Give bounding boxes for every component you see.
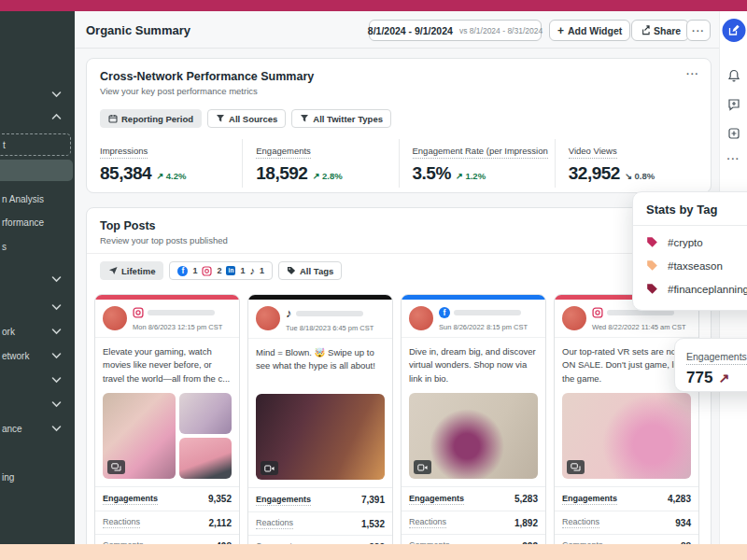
bell-icon	[727, 69, 740, 82]
chevron-down-icon	[51, 426, 62, 432]
compose-button[interactable]	[722, 19, 745, 42]
stats-by-tag-title: Stats by Tag	[633, 192, 747, 226]
sidebar-group[interactable]	[0, 371, 75, 388]
redacted-username	[296, 311, 363, 316]
filter-funnel-icon	[300, 114, 309, 123]
stat-row-reactions: Reactions 1,532	[248, 511, 392, 535]
sidebar-item-performance[interactable]: rformance	[0, 214, 75, 231]
metric-label: Video Views	[569, 146, 617, 159]
engagements-popup: Engagements 775 ↗	[674, 338, 747, 392]
sidebar-group-collapsed[interactable]	[0, 86, 75, 103]
stat-value: 2,112	[209, 518, 232, 528]
stat-row-engagements: Engagements 9,352	[95, 487, 239, 511]
messages-button[interactable]	[727, 98, 740, 111]
sidebar-item-dashed-drop-target[interactable]: t	[0, 133, 71, 156]
date-range-value: 8/1/2024 - 9/1/2024	[368, 25, 453, 36]
reporting-period-filter[interactable]: Reporting Period	[100, 109, 202, 128]
post-text: Elevate your gaming, watch movies like n…	[95, 337, 239, 393]
tag-item-financeplanning[interactable]: #financeplanning	[633, 277, 747, 301]
tag-item-crypto[interactable]: #crypto	[633, 231, 747, 254]
sidebar-group[interactable]	[0, 271, 75, 287]
share-button[interactable]: Share	[631, 20, 689, 41]
metric-label: Impressions	[100, 146, 148, 159]
post-card-3[interactable]: f Sun 8/26/2022 8:15 pm CST Dive in, dre…	[401, 294, 546, 544]
add-widget-label: Add Widget	[568, 25, 622, 36]
filter-label: All Tags	[300, 266, 333, 276]
sidebar-item-label: rformance	[0, 217, 44, 228]
network-filter[interactable]: f 1 2 in 1 ♪ 1	[169, 261, 273, 280]
post-card-4[interactable]: Wed 8/22/2022 11:45 am CST Our top-rated…	[554, 294, 699, 544]
ellipsis-icon: ···	[692, 25, 705, 36]
tag-label: #crypto	[668, 237, 703, 248]
rail-more-button[interactable]: ···	[727, 153, 740, 164]
add-button[interactable]	[727, 127, 740, 140]
network-count: 1	[240, 266, 245, 275]
gallery-icon	[567, 460, 585, 474]
stat-value: 9,352	[208, 494, 232, 504]
avatar	[562, 306, 586, 330]
share-icon	[640, 25, 650, 35]
summary-menu-button[interactable]: ···	[686, 68, 699, 79]
facebook-icon: f	[439, 307, 450, 318]
metric-label: Engagement Rate (per Impression	[413, 146, 548, 159]
sidebar-group[interactable]	[0, 299, 75, 315]
tag-icon	[646, 236, 658, 248]
metric-engagements[interactable]: Engagements 18,592 ↗ 2.8%	[242, 139, 398, 188]
tag-item-taxseason[interactable]: #taxseason	[633, 254, 747, 277]
cross-network-summary-card: Cross-Network Performance Summary View y…	[86, 58, 712, 193]
sidebar-item-label: etwork	[0, 351, 29, 361]
facebook-icon: f	[177, 266, 188, 276]
engagements-popup-label: Engagements	[686, 351, 747, 365]
stat-row-reactions: Reactions 934	[555, 511, 698, 534]
add-widget-button[interactable]: + Add Widget	[549, 20, 630, 41]
metric-video-views[interactable]: Video Views 32,952 ↘ 0.8%	[555, 139, 711, 188]
stat-row-comments: Comments 88	[555, 534, 698, 544]
date-range-picker[interactable]: 8/1/2024 - 9/1/2024 vs 8/1/2024 - 8/31/2…	[369, 20, 542, 41]
stat-row-comments: Comments 498	[95, 534, 239, 544]
instagram-icon	[202, 266, 212, 276]
all-tags-filter[interactable]: All Tags	[278, 261, 342, 280]
left-sidebar: t n Analysis rformance s ork etwork	[0, 11, 75, 544]
post-card-1[interactable]: Mon 8/6/2023 12:15 pm CST Elevate your g…	[94, 294, 240, 544]
sidebar-group-performance[interactable]: ance	[0, 420, 75, 437]
stat-value: 4,283	[668, 494, 691, 504]
tag-icon	[287, 266, 296, 275]
stat-row-reactions: Reactions 1,892	[402, 511, 545, 534]
metric-trend: 1.2%	[465, 171, 486, 181]
sidebar-item-label: ing	[0, 472, 14, 483]
stat-label: Engagements	[562, 494, 617, 505]
stat-value: 934	[675, 518, 691, 528]
chat-bubble-icon	[727, 98, 740, 111]
sidebar-group[interactable]	[0, 396, 75, 413]
lifetime-filter[interactable]: Lifetime	[100, 261, 163, 280]
network-count: 1	[192, 266, 197, 275]
post-text: Mind = Blown. 🤯 Swipe up to see what the…	[248, 338, 392, 394]
metric-engagement-rate[interactable]: Engagement Rate (per Impression 3.5% ↗ 1…	[399, 139, 555, 188]
sidebar-item-label: ork	[0, 327, 15, 337]
notifications-button[interactable]	[727, 69, 740, 82]
tag-icon	[646, 283, 658, 295]
header-more-button[interactable]: ···	[686, 20, 711, 41]
sidebar-group-cross-network[interactable]: etwork	[0, 347, 75, 364]
post-card-2[interactable]: ♪ Tue 8/18/2023 6:45 pm CST Mind = Blown…	[247, 294, 393, 544]
avatar	[256, 306, 280, 330]
all-twitter-types-filter[interactable]: All Twitter Types	[291, 109, 391, 128]
sidebar-group-expanded[interactable]	[0, 108, 75, 125]
sidebar-item-listening[interactable]: ing	[0, 469, 75, 485]
chevron-down-icon	[51, 304, 62, 311]
page-title: Organic Summary	[86, 23, 190, 37]
send-icon	[108, 266, 118, 275]
all-sources-filter[interactable]: All Sources	[207, 109, 286, 128]
instagram-icon	[133, 307, 144, 318]
sidebar-item[interactable]: s	[0, 238, 75, 255]
tiktok-icon: ♪	[286, 307, 292, 319]
sidebar-group-network[interactable]: ork	[0, 323, 75, 340]
post-image	[179, 393, 232, 434]
posts-row: Mon 8/6/2023 12:15 pm CST Elevate your g…	[94, 294, 699, 544]
stat-row-reactions: Reactions 2,112	[95, 511, 239, 534]
metric-impressions[interactable]: Impressions 85,384 ↗ 4.2%	[87, 139, 242, 188]
sidebar-item-selected[interactable]	[0, 160, 73, 181]
sidebar-item-analysis[interactable]: n Analysis	[0, 190, 75, 207]
stat-value: 5,283	[514, 494, 538, 504]
stat-label: Engagements	[256, 495, 311, 506]
